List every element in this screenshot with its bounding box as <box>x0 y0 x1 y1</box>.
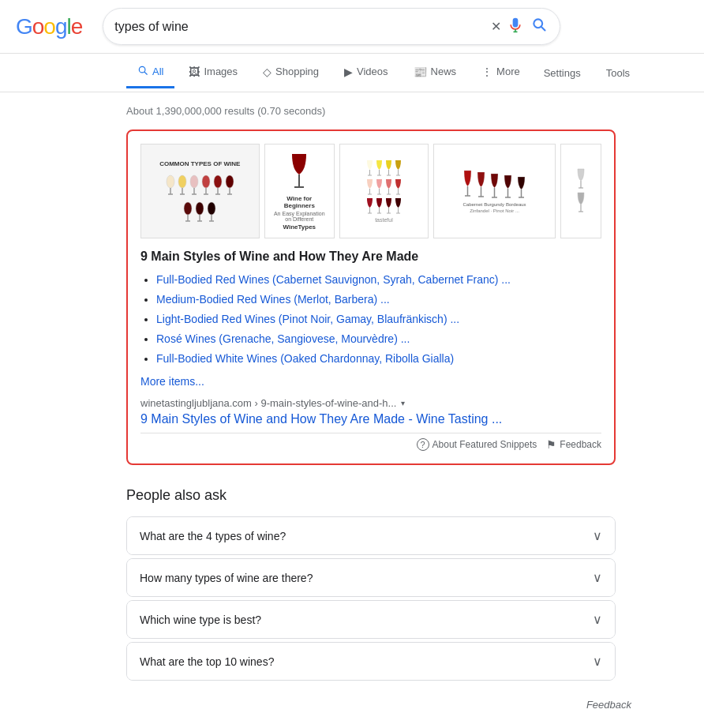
snippet-source: winetastingljubljana.com › 9-main-styles… <box>140 397 601 409</box>
tab-shopping[interactable]: ◇ Shopping <box>252 58 330 88</box>
about-label: About Featured Snippets <box>433 439 537 450</box>
logo-letter-e: e <box>71 14 83 39</box>
paa-question-4[interactable]: What are the top 10 wines? ∨ <box>127 643 615 680</box>
about-featured-snippets[interactable]: ? About Featured Snippets <box>417 438 537 451</box>
more-items-link[interactable]: More items... <box>140 375 601 388</box>
list-item-link-5[interactable]: Full-Bodied White Wines (Oaked Chardonna… <box>156 352 454 365</box>
paa-question-text-1: What are the 4 types of wine? <box>140 530 286 542</box>
paa-question-2[interactable]: How many types of wine are there? ∨ <box>127 559 615 596</box>
snippet-result-link[interactable]: 9 Main Styles of Wine and How They Are M… <box>140 412 601 426</box>
snippet-image-1[interactable]: COMMON TYPES OF WINE <box>140 144 260 238</box>
nav-right-actions: Settings Tools <box>534 61 639 85</box>
tab-images[interactable]: 🖼 Images <box>178 58 249 88</box>
svg-point-24 <box>184 202 192 215</box>
svg-point-21 <box>226 175 234 188</box>
google-logo: Google <box>16 14 82 39</box>
results-count: About 1,390,000,000 results (0.70 second… <box>126 100 631 117</box>
svg-point-30 <box>208 202 215 215</box>
snippet-image-5[interactable] <box>560 144 601 238</box>
list-item-link-3[interactable]: Light-Bodied Red Wines (Pinot Noir, Gama… <box>156 313 459 325</box>
clear-button[interactable]: ✕ <box>491 19 501 34</box>
tools-button[interactable]: Tools <box>597 61 639 85</box>
list-item[interactable]: Light-Bodied Red Wines (Pinot Noir, Gama… <box>156 311 601 328</box>
list-item[interactable]: Full-Bodied White Wines (Oaked Chardonna… <box>156 351 601 367</box>
snippet-image-3[interactable]: tasteful <box>339 144 429 238</box>
paa-question-3[interactable]: Which wine type is best? ∨ <box>127 601 615 638</box>
search-submit-button[interactable] <box>530 15 549 38</box>
tab-all-label: All <box>152 66 163 77</box>
list-item[interactable]: Medium-Bodied Red Wines (Merlot, Barbera… <box>156 291 601 308</box>
logo-letter-g2: g <box>55 14 67 39</box>
voice-search-button[interactable] <box>507 17 523 36</box>
logo-letter-o2: o <box>43 14 55 39</box>
tab-more[interactable]: ⋮ More <box>470 58 531 88</box>
paa-question-text-3: Which wine type is best? <box>140 614 261 626</box>
tab-more-label: More <box>496 66 520 77</box>
bottom-feedback-area: Feedback <box>0 692 647 726</box>
svg-line-3 <box>541 27 545 31</box>
list-item-link-2[interactable]: Medium-Bodied Red Wines (Merlot, Barbera… <box>156 293 390 306</box>
paa-item-3: Which wine type is best? ∨ <box>126 600 616 639</box>
dropdown-arrow-icon[interactable]: ▾ <box>401 399 405 407</box>
tab-shopping-label: Shopping <box>275 66 319 77</box>
chevron-down-icon-3: ∨ <box>593 612 602 627</box>
snippet-list: Full-Bodied Red Wines (Cabernet Sauvigno… <box>140 272 601 367</box>
snippet-image-4[interactable]: Cabernet Burgundy Bordeaux Zinfandel · P… <box>433 144 556 238</box>
logo-letter-g: G <box>16 14 32 39</box>
snippet-source-url: winetastingljubljana.com › 9-main-styles… <box>140 397 396 409</box>
videos-icon: ▶ <box>344 66 353 78</box>
shopping-icon: ◇ <box>263 66 271 78</box>
search-icon <box>531 17 547 32</box>
paa-question-text-2: How many types of wine are there? <box>140 572 313 584</box>
logo-letter-o1: o <box>32 14 44 39</box>
snippet-image-2[interactable]: Wine for Beginners An Easy Explanation o… <box>264 144 335 238</box>
images-icon: 🖼 <box>189 66 200 78</box>
svg-line-5 <box>144 72 147 74</box>
all-icon <box>137 65 148 78</box>
results-area: About 1,390,000,000 results (0.70 second… <box>0 92 631 692</box>
chevron-down-icon-2: ∨ <box>593 570 602 585</box>
paa-title: People also ask <box>126 481 616 510</box>
svg-point-12 <box>190 175 198 188</box>
more-icon: ⋮ <box>481 66 492 78</box>
svg-point-18 <box>214 175 222 188</box>
search-bar[interactable]: ✕ <box>103 8 560 45</box>
tab-videos[interactable]: ▶ Videos <box>333 58 399 88</box>
microphone-icon <box>507 17 523 33</box>
search-input[interactable] <box>114 20 485 34</box>
bottom-feedback-link[interactable]: Feedback <box>586 699 631 711</box>
paa-item-2: How many types of wine are there? ∨ <box>126 558 616 597</box>
list-item[interactable]: Full-Bodied Red Wines (Cabernet Sauvigno… <box>156 272 601 288</box>
question-mark-icon: ? <box>417 438 429 451</box>
chevron-down-icon-4: ∨ <box>593 654 602 669</box>
svg-point-27 <box>196 202 204 215</box>
tab-images-label: Images <box>204 66 238 77</box>
tab-news[interactable]: 📰 News <box>403 58 468 88</box>
list-item-link-4[interactable]: Rosé Wines (Grenache, Sangiovese, Mourvè… <box>156 332 410 345</box>
snippet-title: 9 Main Styles of Wine and How They Are M… <box>140 250 601 264</box>
svg-point-15 <box>202 175 210 188</box>
search-nav: All 🖼 Images ◇ Shopping ▶ Videos 📰 News … <box>0 54 704 92</box>
people-also-ask-section: People also ask What are the 4 types of … <box>126 481 616 681</box>
chevron-down-icon-1: ∨ <box>593 528 602 543</box>
snippet-footer: ? About Featured Snippets ⚑ Feedback <box>140 433 601 451</box>
featured-snippet: COMMON TYPES OF WINE <box>126 129 616 465</box>
list-item-link-1[interactable]: Full-Bodied Red Wines (Cabernet Sauvigno… <box>156 273 511 286</box>
svg-point-9 <box>178 175 186 188</box>
snippet-images: COMMON TYPES OF WINE <box>140 144 601 238</box>
header: Google ✕ <box>0 0 704 54</box>
paa-question-1[interactable]: What are the 4 types of wine? ∨ <box>127 517 615 554</box>
feedback-button[interactable]: ⚑ Feedback <box>546 438 601 451</box>
list-item[interactable]: Rosé Wines (Grenache, Sangiovese, Mourvè… <box>156 331 601 347</box>
paa-item-4: What are the top 10 wines? ∨ <box>126 642 616 681</box>
flag-icon: ⚑ <box>546 438 556 451</box>
paa-question-text-4: What are the top 10 wines? <box>140 655 274 668</box>
paa-item-1: What are the 4 types of wine? ∨ <box>126 516 616 555</box>
svg-point-6 <box>167 175 174 188</box>
tab-news-label: News <box>431 66 457 77</box>
feedback-label: Feedback <box>560 439 601 450</box>
settings-button[interactable]: Settings <box>534 61 590 85</box>
news-icon: 📰 <box>414 66 427 78</box>
tab-all[interactable]: All <box>126 57 174 88</box>
tab-videos-label: Videos <box>357 66 388 77</box>
